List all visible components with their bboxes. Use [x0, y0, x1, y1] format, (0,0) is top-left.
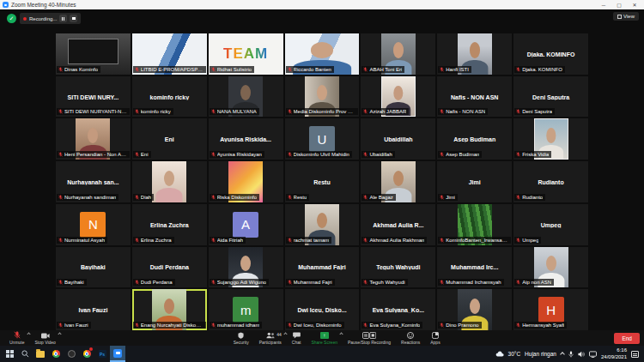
- participant-tile[interactable]: SITI DEWI NURY...SITI DEWI NURYANTI-NON …: [56, 76, 131, 118]
- participant-tile[interactable]: UDiskominfo Ulvil Mahidin: [285, 118, 360, 160]
- participant-tile[interactable]: Djaka. KOMINFODjaka. KOMINFO: [513, 33, 588, 75]
- weather-temp[interactable]: 30°C: [508, 351, 521, 357]
- speaker-icon[interactable]: [578, 351, 585, 358]
- participant-tile[interactable]: Muhammad Irc...Muhammad Irchamsyah: [437, 247, 512, 288]
- browser-dark-button[interactable]: [64, 346, 79, 362]
- start-button[interactable]: [2, 346, 17, 362]
- participant-display-name: Nafis - NON ASN: [441, 94, 508, 100]
- participant-tile[interactable]: Nurhayanah san...Nurhayanah sandiman: [56, 161, 131, 202]
- participant-tile[interactable]: UbaidillahUbaidillah: [361, 118, 435, 160]
- chevron-up-icon[interactable]: [58, 332, 61, 335]
- muted-mic-icon: [363, 109, 368, 114]
- avatar: N: [80, 212, 106, 238]
- participant-tile[interactable]: Aip non ASN: [513, 247, 588, 288]
- close-button[interactable]: ✕: [627, 0, 642, 9]
- clock[interactable]: 6:16 24/09/2021: [601, 347, 627, 359]
- participant-tile[interactable]: Teguh WahyudiTeguh Wahyudi: [361, 247, 435, 288]
- mic-tray-icon[interactable]: [568, 351, 574, 358]
- action-center-icon[interactable]: [631, 351, 639, 358]
- participant-tile[interactable]: ABAH Toni Eri: [361, 33, 435, 75]
- participant-tile[interactable]: Ivan FauziIvan Fauzi: [56, 289, 131, 330]
- muted-mic-icon: [363, 323, 368, 328]
- participant-tile[interactable]: Diah: [132, 161, 207, 202]
- participant-tile[interactable]: Deni SaputraDeni Saputra: [513, 76, 588, 118]
- pause-recording-button[interactable]: [59, 15, 67, 22]
- share-screen-icon: ↑: [320, 332, 329, 339]
- share-screen-button[interactable]: ↑ Share Screen: [306, 330, 343, 346]
- participant-tile[interactable]: Dwi Iceu, Disko...Dwi Iceu, Diskominfo: [285, 289, 360, 330]
- participant-tile[interactable]: AAida Fitriah: [209, 204, 283, 245]
- unmute-button[interactable]: Unmute: [4, 330, 30, 346]
- participant-tile[interactable]: Dinas Kominfo: [56, 33, 131, 75]
- file-explorer-button[interactable]: [33, 346, 48, 362]
- participant-tile[interactable]: Heni Persandian - Non ASN: [56, 118, 131, 160]
- participant-tile[interactable]: Asep BudimanAsep Budiman: [437, 118, 512, 160]
- recording-dot-icon: [23, 17, 27, 21]
- participant-tile[interactable]: NNurminatul Asyah: [56, 204, 131, 245]
- participant-grid: Dinas KominfoLITBID E-PROM/APDSP 2021Rid…: [56, 33, 588, 330]
- chrome-button[interactable]: [48, 346, 64, 362]
- participant-tile[interactable]: Ayunisa Riskida...Ayunisa Riskidayan: [209, 118, 283, 160]
- participant-tile[interactable]: Azizah JABBAR: [361, 76, 435, 118]
- participant-tile[interactable]: KominfoBanten_IrwansaSawah: [437, 204, 512, 245]
- participant-tile[interactable]: RudiantoRudianto: [513, 161, 588, 202]
- participant-tile[interactable]: Dino Pramono: [437, 289, 512, 330]
- network-icon[interactable]: [589, 351, 597, 358]
- stop-video-button[interactable]: Stop Video: [30, 330, 61, 346]
- participant-tile[interactable]: Dudi PerdanaDudi Perdana: [132, 247, 207, 288]
- participant-tile[interactable]: RestuRestu: [285, 161, 360, 202]
- participant-tile[interactable]: Ridhat Sulistrio: [209, 33, 283, 75]
- photoshop-button[interactable]: Ps: [94, 346, 110, 362]
- chat-button[interactable]: Chat: [287, 330, 307, 346]
- participant-tile[interactable]: rachmat tamam: [285, 204, 360, 245]
- participant-tile[interactable]: Sujanggo Adi Wiguno: [209, 247, 283, 288]
- shield-icon: [238, 332, 244, 339]
- participant-tile[interactable]: JimiJimi: [437, 161, 512, 202]
- participant-tile[interactable]: NANA MULYANA: [209, 76, 283, 118]
- weather-desc[interactable]: Hujan ringan: [525, 351, 556, 357]
- participant-tile[interactable]: UmpegUmpeg: [513, 204, 588, 245]
- participant-name-label: Teguh Wahyudi: [361, 279, 407, 286]
- participant-tile[interactable]: Riska Diskominfo: [209, 161, 283, 202]
- participant-tile[interactable]: BayihakiBayihaki: [56, 247, 131, 288]
- view-button[interactable]: View: [613, 12, 639, 21]
- participant-tile[interactable]: Ale Bagaz: [361, 161, 435, 202]
- participant-tile[interactable]: Muhammad FajriMuhammad Fajri: [285, 247, 360, 288]
- participant-name-label: Ivan Fauzi: [57, 322, 91, 329]
- participant-tile[interactable]: Akhmad Aulia R...Akhmad Aulia Rakhman: [361, 204, 435, 245]
- participant-tile[interactable]: Erlina ZuchraErlina Zuchra: [132, 204, 207, 245]
- participant-tile[interactable]: Riccardo Banten: [285, 33, 360, 75]
- end-meeting-button[interactable]: End: [614, 333, 640, 344]
- muted-mic-icon: [516, 323, 520, 328]
- chrome-notification-button[interactable]: [79, 346, 94, 362]
- participant-tile[interactable]: HHermansyah Syafi: [513, 289, 588, 330]
- participant-name-label: Muhammad Irchamsyah: [438, 279, 503, 286]
- participant-tile[interactable]: Friska Vidia: [513, 118, 588, 160]
- participant-tile[interactable]: LITBID E-PROM/APDSP 2021: [132, 33, 207, 75]
- chat-icon: [293, 332, 301, 339]
- recording-indicator: Recording...: [20, 13, 81, 24]
- tray-expand-icon[interactable]: [560, 352, 565, 357]
- participant-tile[interactable]: mmuhammad idham: [209, 289, 283, 330]
- participant-tile[interactable]: Nafis - NON ASNNafis - NON ASN: [437, 76, 512, 118]
- participant-tile[interactable]: Eva Sulyana_Ko...Eva Sulyana_Kominfo: [361, 289, 435, 330]
- pause-stop-recording-button[interactable]: Pause/Stop Recording: [343, 330, 396, 346]
- stop-recording-button[interactable]: [70, 15, 77, 22]
- participant-tile[interactable]: EniEni: [132, 118, 207, 160]
- search-button[interactable]: [17, 346, 33, 362]
- participant-tile[interactable]: Enang Nurcahyati Diskominfo Ba...: [132, 289, 207, 330]
- participant-tile[interactable]: Hanfi ISTI: [437, 33, 512, 75]
- participant-tile[interactable]: kominfo rickykominfo ricky: [132, 76, 207, 118]
- search-icon: [21, 350, 29, 358]
- minimize-button[interactable]: ─: [596, 0, 611, 9]
- apps-button[interactable]: Apps: [425, 330, 445, 346]
- avatar: U: [309, 126, 335, 152]
- reactions-button[interactable]: Reactions: [396, 330, 425, 346]
- zoom-taskbar-button[interactable]: [110, 346, 125, 362]
- security-button[interactable]: Security: [228, 330, 254, 346]
- participant-display-name: Ubaidillah: [365, 136, 432, 142]
- participants-button[interactable]: 44 Participants: [254, 330, 287, 346]
- participant-tile[interactable]: Media Diskominfo Prov Banten: [285, 76, 360, 118]
- pause-stop-icons: [362, 332, 376, 339]
- maximize-button[interactable]: ▢: [611, 0, 627, 9]
